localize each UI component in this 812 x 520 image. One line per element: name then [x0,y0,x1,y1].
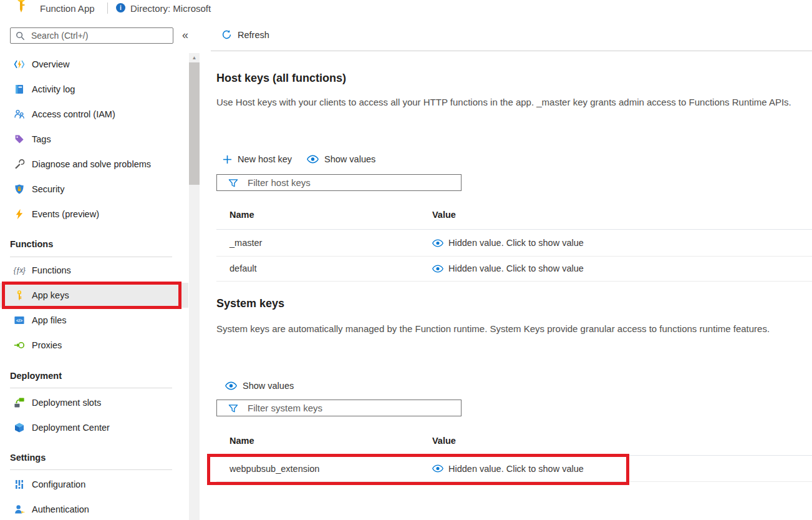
access-control-icon [14,109,25,120]
show-values-label: Show values [243,381,294,391]
deployment-slots-icon [14,397,25,408]
sidebar-item-tags[interactable]: Tags [0,127,188,152]
group-divider [10,257,172,257]
scroll-up-arrow-icon[interactable]: ▲ [189,53,200,62]
host-keys-filter-input[interactable] [246,177,461,189]
eye-icon [307,155,319,164]
sidebar-item-overview[interactable]: Overview [0,52,188,77]
sidebar-group-functions: Functions [10,239,53,249]
eye-icon [225,381,237,390]
group-divider [10,469,172,470]
function-app-key-logo-icon [16,0,26,14]
key-name: webpubsub_extension [230,464,319,474]
host-keys-col-value: Value [432,210,456,220]
key-name: _master [230,238,262,248]
sidebar-item-label: Access control (IAM) [32,109,115,119]
sidebar-group-deployment: Deployment [10,371,62,381]
resource-menu-sidebar: Overview Activity log Acc [0,19,188,520]
system-keys-description: System keys are automatically managed by… [216,321,803,336]
sidebar-item-diagnose[interactable]: Diagnose and solve problems [0,152,188,177]
hidden-value-text: Hidden value. Click to show value [448,238,584,248]
top-bar: Function App i Directory: Microsoft [0,0,812,19]
hidden-value-text: Hidden value. Click to show value [448,263,584,273]
sidebar-item-activity-log[interactable]: Activity log [0,77,188,102]
refresh-label: Refresh [238,30,269,40]
sidebar-item-access-control[interactable]: Access control (IAM) [0,102,188,127]
collapse-menu-icon[interactable]: « [182,29,188,42]
eye-icon [432,239,443,247]
search-input[interactable] [30,30,173,41]
sidebar-group-settings: Settings [10,453,46,463]
tags-icon [14,134,25,145]
sidebar-item-label: Deployment slots [32,398,101,408]
sidebar-item-app-keys[interactable]: App keys [0,283,188,308]
host-keys-row-default: default Hidden value. Click to show valu… [216,256,812,282]
sidebar-item-label: Diagnose and solve problems [32,159,151,169]
system-keys-command-row: Show values [225,377,294,395]
host-keys-filter-box[interactable] [216,174,462,191]
vertical-scrollbar[interactable]: ▲ [189,53,200,520]
page-title: Function App [40,3,95,14]
search-icon [16,31,25,41]
sidebar-item-app-files[interactable]: </> App files [0,308,188,333]
hidden-value-link[interactable]: Hidden value. Click to show value [432,238,584,248]
functions-fx-icon: {ƒx} [14,265,25,276]
show-values-button-host[interactable]: Show values [307,154,375,164]
wrench-icon [14,159,25,170]
sliders-icon [14,479,25,490]
code-glyph: </> [16,318,22,323]
sidebar-item-label: Configuration [32,479,85,489]
new-host-key-button[interactable]: New host key [223,154,292,164]
sidebar-item-label: Tags [32,134,51,144]
key-name: default [230,263,257,273]
sidebar-item-deployment-slots[interactable]: Deployment slots [0,390,188,415]
show-values-button-system[interactable]: Show values [225,381,294,391]
sidebar-item-label: Functions [32,265,71,275]
sidebar-item-label: App keys [32,290,69,300]
sidebar-item-label: Events (preview) [32,209,99,219]
sidebar-item-label: Authentication [32,504,89,514]
system-keys-title: System keys [216,297,284,310]
hidden-value-link[interactable]: Hidden value. Click to show value [432,464,584,474]
sidebar-item-proxies[interactable]: Proxies [0,333,188,358]
sidebar-item-label: App files [32,315,67,325]
sidebar-item-label: Overview [32,59,69,69]
refresh-button[interactable]: Refresh [221,29,269,40]
sidebar-item-security[interactable]: Security [0,177,188,202]
system-keys-col-value: Value [432,436,456,446]
host-keys-title: Host keys (all functions) [216,72,346,85]
title-divider [107,2,108,14]
scrollbar-thumb[interactable] [189,62,200,185]
system-keys-filter-box[interactable] [216,400,462,416]
directory-label: Directory: Microsoft [130,3,211,14]
system-keys-col-name: Name [230,436,254,446]
sidebar-item-functions[interactable]: {ƒx} Functions [0,258,188,283]
command-bar: Refresh [200,19,812,51]
refresh-icon [221,29,232,40]
sidebar-item-authentication[interactable]: Authentication [0,497,188,520]
filter-funnel-icon [228,403,238,413]
sidebar-search-box[interactable] [10,27,173,44]
sidebar-item-deployment-center[interactable]: Deployment Center [0,415,188,440]
system-keys-filter-input[interactable] [246,402,461,414]
lightning-bolt-icon [14,208,25,220]
group-divider [10,388,172,388]
hidden-value-link[interactable]: Hidden value. Click to show value [432,263,584,273]
host-keys-description: Use Host keys with your clients to acces… [216,95,803,109]
azure-portal-screen: Function App i Directory: Microsoft [0,0,812,520]
plus-icon [223,155,232,164]
filter-funnel-icon [228,178,238,188]
show-values-label: Show values [324,154,375,164]
sidebar-item-events[interactable]: Events (preview) [0,202,188,227]
hidden-value-text: Hidden value. Click to show value [448,464,584,474]
info-icon[interactable]: i [116,3,125,12]
system-keys-row-webpubsub: webpubsub_extension Hidden value. Click … [216,456,812,482]
host-keys-row-master: _master Hidden value. Click to show valu… [216,230,812,257]
sidebar-item-label: Proxies [32,340,62,350]
new-host-key-label: New host key [238,154,292,164]
sidebar-item-label: Deployment Center [32,423,110,433]
cube-icon [14,422,25,433]
host-keys-col-name: Name [230,210,254,220]
sidebar-item-configuration[interactable]: Configuration [0,472,188,497]
overview-icon [14,59,25,70]
